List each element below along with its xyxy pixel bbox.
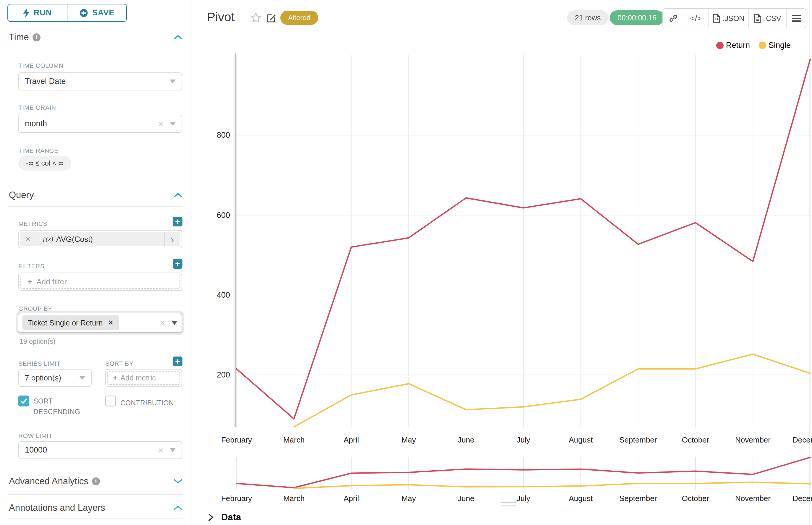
chevron-up-icon[interactable]: [173, 34, 183, 40]
chart-menu-button[interactable]: [786, 9, 806, 28]
series-limit-value: 7 option(s): [25, 373, 61, 382]
plus-icon: +: [175, 260, 180, 268]
time-column-select[interactable]: Travel Date: [18, 72, 182, 90]
time-column-value: Travel Date: [25, 77, 66, 86]
row-count-badge: 21 rows: [567, 10, 608, 25]
series-line-single: [294, 354, 810, 427]
x-tick-label: May: [401, 435, 416, 444]
series-line-return: [237, 59, 810, 419]
file-code-icon: [713, 14, 720, 23]
plus-icon: +: [175, 217, 180, 226]
group-by-tag-label: Ticket Single or Return: [28, 319, 103, 327]
y-tick-label: 800: [217, 131, 230, 139]
edit-icon[interactable]: [266, 13, 276, 24]
chevron-up-icon[interactable]: [173, 192, 183, 198]
caret-down-icon: [170, 122, 176, 126]
chevron-up-icon[interactable]: [173, 505, 183, 511]
brush-resize-handle[interactable]: [501, 502, 516, 509]
add-metric-text: Add metric: [120, 374, 156, 382]
legend-item-single[interactable]: Single: [759, 41, 791, 50]
group-by-options-hint: 19 option(s): [19, 338, 55, 346]
metrics-label: METRICS: [18, 220, 47, 227]
sort-by-field: + Add metric: [105, 369, 182, 387]
contribution-checkbox[interactable]: [105, 395, 116, 406]
info-icon[interactable]: i: [32, 33, 41, 41]
chevron-right-icon[interactable]: ›: [164, 232, 180, 246]
legend-item-return[interactable]: Return: [716, 41, 750, 50]
group-by-select[interactable]: Ticket Single or Return ✕ ×: [18, 313, 182, 333]
export-csv-button[interactable]: .CSV: [749, 9, 786, 28]
clear-icon[interactable]: ×: [158, 446, 163, 455]
info-icon[interactable]: i: [92, 477, 100, 485]
menu-icon: [792, 15, 801, 22]
add-sort-metric-button[interactable]: +: [173, 357, 182, 366]
query-section-header[interactable]: Query: [9, 189, 183, 201]
run-button[interactable]: RUN: [8, 4, 67, 21]
caret-down-icon: [79, 376, 85, 380]
time-range-pill[interactable]: -∞ ≤ col < ∞: [18, 156, 71, 170]
row-limit-select[interactable]: 10000 ×: [18, 441, 182, 459]
star-icon[interactable]: [250, 12, 262, 24]
chevron-down-icon[interactable]: [173, 478, 183, 484]
share-link-button[interactable]: [663, 9, 684, 28]
chart-title: Pivot: [207, 10, 235, 24]
x-tick-label: February: [221, 435, 252, 444]
sort-descending-checkbox[interactable]: [18, 395, 29, 406]
add-metric-button[interactable]: +: [173, 217, 182, 226]
add-filter-button[interactable]: +: [173, 259, 182, 269]
data-panel-toggle[interactable]: Data: [207, 512, 241, 523]
series-limit-label: SERIES LIMIT: [18, 360, 61, 367]
plus-circle-icon: [79, 9, 88, 17]
export-json-button[interactable]: .JSON: [708, 9, 749, 28]
time-grain-select[interactable]: month ×: [18, 115, 182, 133]
mini-x-tick-label: October: [682, 494, 709, 503]
add-sort-metric-dropzone[interactable]: + Add metric: [107, 371, 180, 385]
x-tick-label: September: [619, 435, 657, 444]
view-query-button[interactable]: </>: [684, 9, 708, 28]
metric-name: AVG(Cost): [56, 235, 93, 244]
query-timer-badge: 00:00:00.16: [610, 10, 664, 25]
mini-x-tick-label: February: [221, 494, 252, 503]
scrollbar-track[interactable]: [809, 0, 810, 525]
annotations-header[interactable]: Annotations and Layers: [9, 502, 183, 514]
file-text-icon: [754, 14, 762, 23]
y-tick-label: 200: [217, 370, 230, 379]
filters-field: + Add filter: [18, 272, 182, 291]
remove-metric-icon[interactable]: ×: [20, 235, 36, 244]
metric-pill[interactable]: × ƒ(x) AVG(Cost) ›: [20, 232, 180, 246]
x-tick-label: March: [283, 435, 305, 444]
caret-down-icon: [172, 321, 177, 325]
clear-icon[interactable]: ×: [158, 119, 163, 128]
clear-icon[interactable]: ×: [160, 318, 165, 328]
mini-x-tick-label: August: [569, 494, 593, 503]
metric-field: × ƒ(x) AVG(Cost) ›: [18, 230, 182, 248]
time-section-header[interactable]: Time i: [9, 31, 183, 43]
mini-x-tick-label: May: [401, 494, 416, 503]
save-button[interactable]: SAVE: [67, 4, 126, 21]
series-limit-select[interactable]: 7 option(s): [18, 369, 92, 387]
panel-divider: [192, 0, 192, 525]
group-by-tag[interactable]: Ticket Single or Return ✕: [23, 315, 119, 330]
contribution-label: CONTRIBUTION: [120, 398, 174, 408]
link-icon: [669, 14, 678, 23]
legend-dot-icon: [759, 42, 766, 49]
run-button-label: RUN: [34, 8, 52, 17]
time-column-label: TIME COLUMN: [18, 62, 63, 69]
function-icon: ƒ(x): [42, 235, 53, 243]
legend-label: Single: [769, 41, 791, 50]
add-filter-dropzone[interactable]: + Add filter: [20, 275, 180, 289]
sort-by-label: SORT BY: [105, 360, 133, 367]
remove-tag-icon[interactable]: ✕: [108, 319, 113, 327]
code-icon: </>: [690, 14, 702, 23]
x-tick-label: July: [517, 435, 530, 444]
x-tick-label: April: [344, 435, 359, 444]
row-limit-label: ROW LIMIT: [18, 432, 52, 439]
time-grain-value: month: [25, 119, 47, 128]
y-tick-label: 600: [217, 211, 230, 220]
altered-badge[interactable]: Altered: [280, 11, 318, 25]
mini-series-line-return: [237, 457, 810, 488]
filters-label: FILTERS: [18, 262, 44, 270]
advanced-analytics-header[interactable]: Advanced Analytics i: [9, 475, 183, 487]
data-panel-label: Data: [221, 512, 241, 523]
divider: [8, 494, 183, 495]
